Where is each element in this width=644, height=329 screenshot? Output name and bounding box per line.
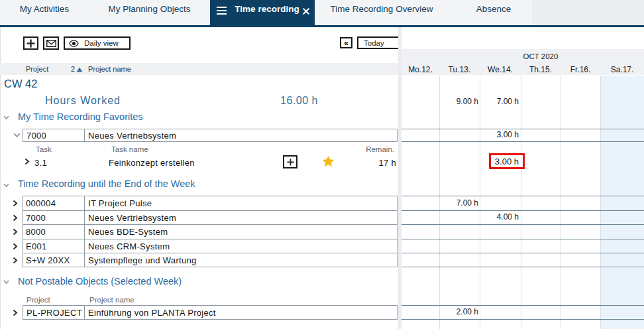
- tab-label: My Activities: [20, 4, 69, 14]
- section-not-postable[interactable]: Not Postable Objects (Selected Week): [18, 276, 182, 287]
- not-postable-tu-value[interactable]: 2.00 h: [440, 305, 478, 320]
- calendar-row-border: [401, 210, 644, 211]
- calendar-row: [401, 129, 644, 142]
- tab-absence[interactable]: Absence: [449, 0, 539, 18]
- add-time-entry-button[interactable]: [283, 155, 297, 168]
- send-message-button[interactable]: [43, 36, 59, 50]
- day-header-tu: Tu.13.: [439, 65, 480, 74]
- column-gridline: [480, 76, 480, 329]
- tab-label: Absence: [476, 4, 511, 14]
- collapse-section-icon[interactable]: [3, 280, 9, 285]
- tab-time-recording-overview[interactable]: Time Recording Overview: [315, 0, 449, 18]
- add-button[interactable]: [23, 36, 38, 50]
- hamburger-menu-icon[interactable]: [217, 7, 227, 15]
- today-label: Today: [364, 39, 384, 47]
- column-gridline: [600, 76, 601, 329]
- saturday-column-highlight: [600, 76, 644, 329]
- envelope-icon: [46, 40, 56, 47]
- table-row-border: [23, 224, 398, 225]
- project-name-cell[interactable]: Neues Vertriebsystem: [85, 129, 398, 142]
- project-name: Neues Vertriebsystem: [88, 131, 176, 141]
- tab-time-recording[interactable]: Time recording: [210, 0, 315, 27]
- expand-row-icon[interactable]: [13, 257, 18, 264]
- calendar-row-border: [401, 267, 644, 267]
- day-header-we: We.14.: [480, 65, 521, 74]
- project-name[interactable]: IT Project Pulse: [88, 198, 393, 208]
- tab-label: My Planning Objects: [109, 4, 191, 14]
- table-row-border: [23, 196, 398, 196]
- section-week-recording[interactable]: Time Recording until the End of the Week: [18, 178, 195, 189]
- project-we-value[interactable]: 4.00 h: [481, 210, 519, 224]
- eye-icon: [69, 40, 79, 47]
- project-id[interactable]: 000004: [26, 198, 82, 208]
- table-header: Project 2 Project name: [0, 63, 398, 75]
- tab-my-activities[interactable]: My Activities: [0, 0, 89, 18]
- expand-row-icon[interactable]: [13, 243, 18, 250]
- expand-row-icon[interactable]: [13, 200, 18, 207]
- tab-bar-spacer: [532, 0, 644, 25]
- favorites-project-we-value[interactable]: 3.00 h: [481, 129, 519, 142]
- column-header-task: Task: [36, 145, 52, 153]
- hours-worked-tu-value: 9.00 h: [440, 94, 478, 110]
- collapse-row-icon[interactable]: [13, 133, 21, 138]
- expand-row-icon[interactable]: [13, 214, 18, 222]
- collapse-section-icon[interactable]: [3, 115, 9, 120]
- tab-label: Time recording: [235, 4, 299, 14]
- today-button[interactable]: Today: [357, 36, 400, 49]
- tab-label: Time Recording Overview: [331, 4, 433, 14]
- task-id: 3.1: [34, 158, 47, 168]
- hours-worked-label: Hours Worked: [45, 95, 121, 107]
- time-entry-cell-highlighted[interactable]: 3.00 h: [489, 153, 525, 169]
- table-row-border: [23, 253, 398, 253]
- expand-row-icon[interactable]: [13, 228, 18, 235]
- calendar-header: OCT 2020 Mo.12. Tu.13. We.14. Th.15. Fr.…: [402, 49, 644, 75]
- project-id-cell[interactable]: 7000: [23, 129, 85, 142]
- task-name: Feinkonzept erstellen: [109, 158, 195, 168]
- calendar-grid: [402, 76, 644, 329]
- column-header-project: Project: [27, 296, 50, 304]
- table-row-border: [23, 267, 398, 267]
- table-cell-border: [84, 196, 85, 267]
- project-id: PL-PROJECT: [27, 308, 82, 318]
- column-header-project-name[interactable]: Project name: [88, 65, 131, 73]
- project-id[interactable]: S+W 20XX: [26, 255, 82, 265]
- view-select-value: Daily view: [84, 39, 119, 47]
- project-name[interactable]: Systempflege und Wartung: [88, 255, 393, 265]
- project-tu-value[interactable]: 7.00 h: [440, 196, 478, 210]
- calendar-row-border: [401, 196, 644, 196]
- plus-icon: [27, 39, 35, 48]
- expand-task-icon[interactable]: [25, 158, 30, 165]
- project-name[interactable]: Neues Vertriebsystem: [88, 213, 393, 223]
- table-row-border: [23, 210, 398, 211]
- column-header-remaining: Remain.: [328, 145, 394, 153]
- calendar-row-border: [401, 253, 644, 253]
- previous-period-label: «: [344, 38, 349, 48]
- tab-my-planning-objects[interactable]: My Planning Objects: [89, 0, 210, 18]
- pane-splitter[interactable]: [398, 27, 402, 329]
- project-id-cell[interactable]: PL-PROJECT: [23, 305, 85, 320]
- project-name[interactable]: Neues CRM-System: [88, 241, 393, 251]
- tab-bar-accent-strip: [0, 25, 644, 27]
- section-my-favorites[interactable]: My Time Recording Favorites: [18, 111, 143, 122]
- column-header-project-name: Project name: [89, 296, 134, 304]
- table-row-border: [23, 239, 398, 239]
- close-tab-icon[interactable]: [303, 8, 309, 15]
- plus-icon: [287, 159, 294, 166]
- previous-period-button[interactable]: «: [340, 37, 352, 48]
- day-header-sa: Sa.17.: [600, 65, 644, 74]
- project-name-cell[interactable]: Einführung von PLANTA Project: [85, 305, 398, 320]
- time-recording-window: My Activities My Planning Objects Time r…: [0, 0, 644, 329]
- project-id[interactable]: 8000: [26, 227, 82, 237]
- view-select[interactable]: Daily view: [64, 36, 131, 50]
- expand-row-icon[interactable]: [13, 309, 18, 316]
- calendar-row-border: [401, 239, 644, 239]
- project-name: Einführung von PLANTA Project: [88, 308, 216, 318]
- project-name[interactable]: Neues BDE-System: [88, 227, 393, 237]
- project-id: 7000: [27, 131, 46, 141]
- triangle-up-icon[interactable]: [76, 67, 83, 72]
- column-header-project[interactable]: Project: [26, 65, 48, 73]
- project-id[interactable]: E001: [26, 241, 82, 251]
- sort-order-number[interactable]: 2: [71, 65, 75, 73]
- collapse-section-icon[interactable]: [3, 183, 9, 188]
- project-id[interactable]: 7000: [26, 213, 82, 223]
